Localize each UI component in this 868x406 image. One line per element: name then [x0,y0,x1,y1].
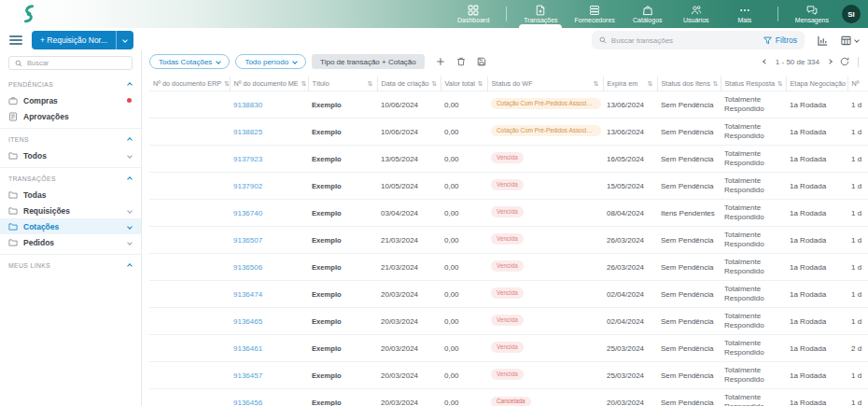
sort-icon[interactable]: ⇅ [475,80,483,88]
section-title-transacoes[interactable]: TRANSAÇÕES [0,168,141,187]
nav-label: Transações [524,17,557,23]
cell-wf: Vencida [487,335,603,362]
nav-label: Fornecedores [575,17,615,23]
sidebar-item-compras[interactable]: Compras [0,92,141,108]
document-link[interactable]: 9137923 [233,155,262,163]
sort-icon[interactable]: ⇅ [365,80,373,88]
sidebar-search-input[interactable] [27,59,120,67]
section-title-pendencias[interactable]: PENDÊNCIAS [0,74,141,92]
prev-page-icon[interactable] [763,59,768,64]
cell-n: 2 d [847,335,868,362]
column-header-n-[interactable]: Nº⇅ [847,77,868,91]
table-row: 9138825Exemplo10/06/20240,00Cotação Com … [149,119,868,146]
filter-pill-periodo[interactable]: Todo período [235,54,306,69]
new-request-button[interactable]: + Requisição Nor... [32,31,133,49]
cell-itens: Sem Pendência [657,335,721,362]
filters-button[interactable]: Filtros [739,35,797,45]
section-title-label: TRANSAÇÕES [8,175,56,182]
sort-icon[interactable]: ⇅ [775,80,783,88]
sidebar-item-pedidos[interactable]: Pedidos [0,234,141,250]
cell-erp [149,200,230,227]
column-header-expira-em[interactable]: Expira em⇅ [603,77,657,91]
cell-criacao: 10/06/2024 [377,91,441,119]
column-header-n-do-documento-me[interactable]: Nº do documento ME⇅ [230,77,308,91]
applied-filter-tag[interactable]: Tipo de transação + Cotação [312,54,425,69]
add-filter-button[interactable] [436,57,445,66]
server-icon [589,5,600,16]
section-title-itens[interactable]: ITENS [0,129,141,147]
clear-filters-button[interactable] [456,57,466,66]
document-link[interactable]: 9136474 [233,290,262,299]
document-link[interactable]: 9138830 [233,101,262,109]
sort-icon[interactable]: ⇅ [299,80,307,88]
sidebar-item-label: Requisições [23,206,70,216]
nav-item-mensagens[interactable]: Mensagens [795,0,829,28]
sidebar-item-todas[interactable]: Todas [0,187,141,203]
brand-logo-icon[interactable] [21,4,37,24]
nav-item-dashboard[interactable]: Dashboard [457,0,489,28]
nav-item-usuarios[interactable]: Usuários [680,0,712,28]
document-link[interactable]: 9136456 [233,399,262,406]
filter-pill-cotacoes[interactable]: Todas Cotações [149,54,230,69]
document-link[interactable]: 9136740 [233,209,262,217]
chevron-down-icon [217,59,222,64]
transactions-search[interactable] [599,36,739,45]
cell-n: 1 d [847,254,868,281]
table-row: 9136474Exemplo20/03/20240,00Vencida02/04… [149,281,868,308]
sort-icon[interactable]: ⇅ [221,80,230,88]
sort-icon[interactable]: ⇅ [645,80,653,88]
nav-item-mais[interactable]: Mais [729,0,761,28]
document-link[interactable]: 9137902 [233,182,262,190]
cell-wf: Vencida [487,227,603,254]
sidebar-search[interactable] [8,56,133,70]
document-link[interactable]: 9136506 [233,263,262,272]
nav-item-transacoes[interactable]: Transações [524,0,557,28]
document-link[interactable]: 9136507 [233,236,262,245]
cell-valor: 0,00 [441,119,487,146]
save-filters-button[interactable] [477,57,486,66]
user-avatar[interactable]: SI [842,5,861,23]
nav-item-catalogos[interactable]: Catálogos [632,0,664,28]
cell-itens: Sem Pendência [657,146,721,173]
sidebar-item-requisicoes[interactable]: Requisições [0,203,141,218]
cell-etapa: 1a Rodada [786,119,847,146]
refresh-icon[interactable] [840,57,849,66]
response-status: Totalmente Respondido [724,95,771,114]
sidebar-section: TRANSAÇÕESTodasRequisiçõesCotaçõesPedido… [0,168,141,255]
table-view-button[interactable] [841,35,859,46]
transactions-search-input[interactable] [611,36,723,45]
sort-icon[interactable]: ⇅ [710,80,719,88]
column-header-data-de-criacao[interactable]: Data de criação⇅ [377,77,441,91]
column-header-valor-total[interactable]: Valor total⇅ [441,77,487,91]
column-header-etapa-negociacao[interactable]: Etapa Negociação⇅ [786,77,847,91]
document-link[interactable]: 9138825 [233,128,262,136]
chart-view-button[interactable] [818,35,828,46]
column-header-status-dos-itens[interactable]: Status dos Itens⇅ [657,77,721,91]
column-header-titulo[interactable]: Título⇅ [308,77,377,91]
sort-icon[interactable]: ⇅ [591,80,599,88]
sidebar-item-cotacoes[interactable]: Cotações [0,218,141,234]
status-badge: Vencida [491,152,524,162]
nav-item-fornecedores[interactable]: Fornecedores [575,0,615,28]
column-header-n-do-documento-erp[interactable]: Nº do documento ERP⇅ [149,77,230,91]
section-title-meus-links[interactable]: MEUS LINKS [0,255,141,273]
sidebar-item-aprovacoes[interactable]: Aprovações [0,108,141,124]
nav-label: Mais [737,17,751,23]
document-link[interactable]: 9136465 [233,317,262,326]
new-request-dropdown[interactable] [116,31,133,49]
document-link[interactable]: 9136457 [233,371,262,380]
menu-icon[interactable] [9,35,22,45]
column-header-status-resposta[interactable]: Status Resposta⇅ [721,77,786,91]
cell-itens: Sem Pendência [657,362,721,389]
sidebar-item-todos[interactable]: Todos [0,147,141,163]
cell-n: 1 d [847,227,868,254]
cell-n: 1 d [847,173,868,200]
sidebar-item-label: Pedidos [23,238,54,247]
cell-n: 1 d [847,200,868,227]
column-header-status-do-wf[interactable]: Status do WF⇅ [487,77,603,91]
document-link[interactable]: 9136461 [233,344,262,353]
next-page-icon[interactable] [827,59,833,64]
sort-icon[interactable]: ⇅ [429,80,438,88]
cell-n: 1 d [847,389,868,406]
column-label: Nº [852,79,860,88]
